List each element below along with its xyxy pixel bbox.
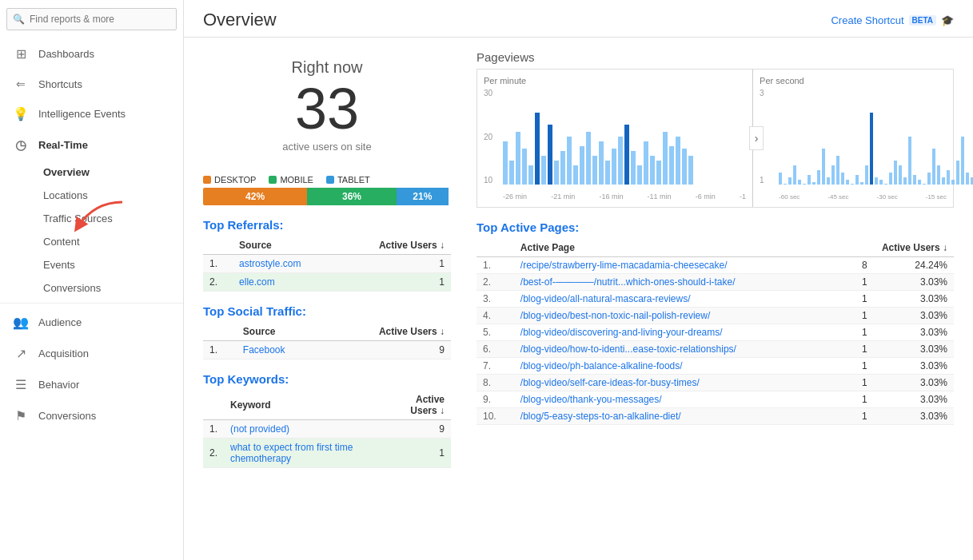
chart-bar bbox=[812, 182, 815, 185]
sidebar-item-behavior[interactable]: ☰ Behavior bbox=[0, 369, 183, 400]
chart-bar bbox=[567, 137, 572, 185]
desktop-text: DESKTOP bbox=[214, 175, 256, 185]
chart-bar bbox=[669, 146, 674, 185]
sidebar-label-realtime: Real-Time bbox=[38, 139, 88, 151]
subnav-events[interactable]: Events bbox=[43, 253, 183, 276]
social-col-users: Active Users ↓ bbox=[325, 323, 451, 341]
chart-bar bbox=[656, 161, 661, 185]
chart-bar bbox=[624, 125, 629, 185]
right-now-sub: active users on site bbox=[203, 141, 451, 153]
search-input[interactable] bbox=[6, 8, 177, 30]
chart-bar bbox=[522, 149, 527, 185]
chart-bar bbox=[822, 149, 825, 185]
sidebar-item-conversions[interactable]: ⚑ Conversions bbox=[0, 400, 183, 431]
table-row: 6./blog-video/how-to-identi...ease-toxic… bbox=[477, 341, 954, 358]
desktop-bar: 42% bbox=[203, 188, 307, 205]
chart-nav-arrow[interactable]: › bbox=[749, 126, 764, 150]
chart-bar bbox=[612, 149, 616, 185]
sidebar-label-conversions: Conversions bbox=[38, 410, 96, 422]
chart-bar bbox=[817, 170, 820, 185]
chart-bar bbox=[599, 141, 604, 185]
keywords-col-users: Active Users ↓ bbox=[384, 391, 451, 420]
chart-bar bbox=[503, 141, 508, 185]
sidebar-label-behavior: Behavior bbox=[38, 379, 79, 391]
chart-bar bbox=[908, 137, 911, 185]
tablet-text: TABLET bbox=[337, 175, 370, 185]
sidebar-item-acquisition[interactable]: ↗ Acquisition bbox=[0, 338, 183, 369]
table-row: 4./blog-video/best-non-toxic-nail-polish… bbox=[477, 308, 954, 324]
subnav-overview[interactable]: Overview bbox=[43, 161, 183, 184]
chart-bar bbox=[903, 177, 907, 185]
mobile-text: MOBILE bbox=[280, 175, 313, 185]
subnav-content[interactable]: Content bbox=[43, 230, 183, 253]
sidebar-item-intelligence-events[interactable]: 💡 Intelligence Events bbox=[0, 98, 183, 129]
chart-bar bbox=[966, 173, 969, 185]
chart-bar bbox=[942, 177, 945, 185]
chart-bar bbox=[650, 156, 655, 185]
chart-bar bbox=[851, 184, 854, 185]
page-title: Overview bbox=[203, 10, 277, 30]
chart-bar bbox=[923, 184, 926, 185]
mobile-bar: 36% bbox=[307, 188, 397, 205]
search-box: 🔍 bbox=[6, 8, 177, 30]
chart-per-second: Per second 1 2 3 -60 sec -45 sec bbox=[753, 70, 953, 207]
top-active-pages-title: Top Active Pages: bbox=[477, 220, 954, 234]
chart-bar bbox=[884, 184, 887, 185]
realtime-icon: ◷ bbox=[13, 137, 29, 153]
chart-bar bbox=[580, 146, 584, 185]
sidebar: 🔍 ⊞ Dashboards ⇐ Shortcuts 💡 Intelligenc… bbox=[0, 0, 184, 560]
referrals-col-users: Active Users ↓ bbox=[339, 236, 451, 255]
sidebar-item-audience[interactable]: 👥 Audience bbox=[0, 307, 183, 338]
mobile-pct: 36% bbox=[342, 191, 361, 202]
search-icon: 🔍 bbox=[13, 14, 25, 25]
table-row: 7./blog-video/ph-balance-alkaline-foods/… bbox=[477, 358, 954, 375]
chart-bar bbox=[560, 151, 565, 185]
chart-bar bbox=[961, 137, 964, 185]
desktop-pct: 42% bbox=[245, 191, 265, 202]
table-row: 1.(not provided)9 bbox=[203, 420, 451, 439]
chart-bar bbox=[631, 151, 636, 185]
tablet-bar: 21% bbox=[397, 188, 449, 205]
chart-bar bbox=[779, 173, 782, 185]
subnav-traffic-sources[interactable]: Traffic Sources bbox=[43, 207, 183, 230]
chart-bar bbox=[573, 165, 578, 185]
chart-bar bbox=[784, 184, 787, 185]
table-row: 2.what to expect from first time chemoth… bbox=[203, 439, 451, 468]
sidebar-item-real-time[interactable]: ◷ Real-Time bbox=[0, 129, 183, 161]
chart-bar bbox=[663, 132, 668, 185]
chart-bar bbox=[618, 137, 623, 185]
top-keywords-title: Top Keywords: bbox=[203, 372, 451, 386]
chart-bar bbox=[889, 173, 892, 185]
tablet-label: TABLET bbox=[326, 175, 370, 185]
chart-bar bbox=[788, 177, 792, 185]
chart-bar bbox=[841, 173, 844, 185]
sidebar-label-shortcuts: Shortcuts bbox=[38, 78, 82, 90]
keywords-col-keyword: Keyword bbox=[224, 391, 384, 420]
create-shortcut-button[interactable]: Create Shortcut BETA 🎓 bbox=[831, 14, 954, 26]
per-minute-bars bbox=[503, 89, 746, 185]
sidebar-item-dashboards[interactable]: ⊞ Dashboards bbox=[0, 38, 183, 70]
main-content: Overview Create Shortcut BETA 🎓 Right no… bbox=[184, 0, 973, 560]
top-referrals-table: Source Active Users ↓ 1.astrostyle.com12… bbox=[203, 236, 451, 292]
beta-badge: BETA bbox=[909, 15, 936, 26]
subnav-conversions[interactable]: Conversions bbox=[43, 276, 183, 300]
device-labels: DESKTOP MOBILE TABLET bbox=[203, 175, 451, 185]
table-row: 2./best-of-————/nutrit...which-ones-shou… bbox=[477, 274, 954, 291]
chart-bar bbox=[894, 161, 897, 185]
right-now-section: Right now 33 active users on site bbox=[203, 50, 451, 165]
chart-bar bbox=[899, 165, 902, 185]
keywords-col-num bbox=[203, 391, 224, 420]
subnav-locations[interactable]: Locations bbox=[43, 184, 183, 207]
behavior-icon: ☰ bbox=[13, 377, 29, 392]
table-row: 2.elle.com1 bbox=[203, 273, 451, 292]
sidebar-item-shortcuts[interactable]: ⇐ Shortcuts bbox=[0, 70, 183, 98]
social-col-num bbox=[203, 323, 237, 341]
chart-bar bbox=[548, 125, 552, 185]
chart-bar bbox=[918, 180, 921, 185]
chart-bar bbox=[676, 137, 680, 185]
table-row: 1./recipe/strawberry-lime-macadamia-chee… bbox=[477, 257, 954, 274]
mobile-dot bbox=[269, 176, 277, 184]
realtime-subnav: Overview Locations Traffic Sources Conte… bbox=[0, 161, 183, 300]
chart-bar bbox=[865, 165, 868, 185]
mobile-label: MOBILE bbox=[269, 175, 313, 185]
